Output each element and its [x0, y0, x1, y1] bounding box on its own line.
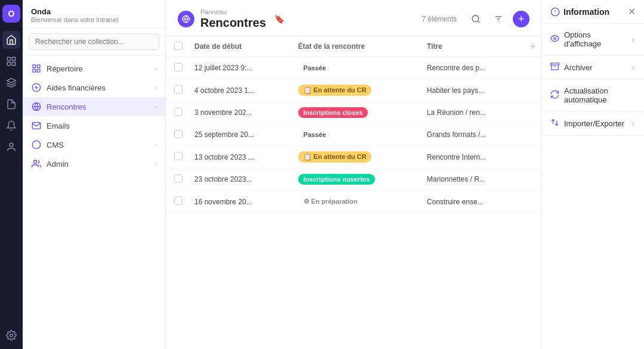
chevron-icon: › — [155, 66, 157, 72]
row-checkbox[interactable] — [174, 174, 182, 183]
options-affichage-icon — [550, 34, 559, 45]
table-row[interactable]: 23 octobre 2023...Inscriptions ouvertesM… — [166, 169, 541, 191]
nav-settings[interactable] — [2, 326, 20, 344]
sidebar-item-aides-financieres[interactable]: Aides financières › — [23, 78, 165, 97]
row-checkbox[interactable] — [174, 197, 182, 205]
actualisation-icon — [550, 90, 559, 101]
row-spacer — [524, 191, 541, 213]
panel-item-label: Archiver — [564, 63, 593, 72]
row-checkbox-cell — [166, 124, 188, 146]
row-checkbox[interactable] — [174, 85, 182, 94]
add-record-button[interactable]: + — [513, 11, 530, 27]
panel-close-button[interactable]: ✕ — [628, 6, 636, 17]
bookmark-icon[interactable]: 🔖 — [274, 14, 284, 24]
sidebar-item-label: Emails — [47, 121, 157, 130]
svg-rect-29 — [551, 63, 559, 65]
svg-marker-4 — [7, 79, 16, 83]
svg-point-20 — [472, 15, 479, 22]
sidebar-item-label: CMS — [47, 141, 150, 149]
breadcrumb: Panneau — [200, 8, 266, 15]
nav-home[interactable] — [2, 31, 20, 49]
sidebar-item-label: Aides financières — [47, 83, 150, 92]
table-row[interactable]: 4 octobre 2023 1...📋 En attente du CRHab… — [166, 79, 541, 102]
sidebar-item-label: Admin — [47, 160, 150, 169]
row-checkbox-cell — [166, 79, 188, 102]
sidebar-item-rencontres[interactable]: Rencontres › — [23, 97, 165, 116]
col-date: Date de début — [188, 36, 292, 57]
chevron-down-icon: ∨ — [631, 36, 636, 43]
row-status: Inscriptions closes — [292, 102, 421, 124]
row-checkbox[interactable] — [174, 108, 182, 116]
panel-item-actualisation[interactable]: Actualisation automatique — [542, 80, 644, 111]
sidebar-item-emails[interactable]: Emails — [23, 116, 165, 135]
right-panel: Information ✕ Options d'affichage ∨ Arch… — [541, 0, 644, 349]
status-badge: 📋 En attente du CR — [298, 151, 372, 163]
app-logo[interactable]: O — [2, 5, 20, 23]
sidebar-nav: Répertoire › Aides financières › Rencont… — [23, 55, 165, 349]
chevron-down-icon: ∨ — [631, 64, 636, 71]
records-table: Date de début État de la rencontre Titre… — [166, 36, 541, 213]
page-title: Rencontres — [200, 16, 266, 29]
aides-icon — [31, 82, 42, 93]
row-status: ⚙ En préparation — [292, 191, 421, 213]
panel-item-options-affichage[interactable]: Options d'affichage ∨ — [542, 24, 644, 55]
panel-title: Information — [550, 7, 609, 17]
row-title: La Réunion / ren... — [421, 102, 524, 124]
header-checkbox[interactable] — [174, 42, 182, 50]
row-title: Rencontre des p... — [421, 57, 524, 79]
nav-user[interactable] — [2, 138, 20, 156]
col-etat: État de la rencontre — [292, 36, 421, 57]
row-title: Marionnettes / R... — [421, 169, 524, 191]
table-row[interactable]: 25 septembre 20...PasséeGrands formats /… — [166, 124, 541, 146]
chevron-icon: › — [155, 85, 157, 91]
table-row[interactable]: 3 novembre 202...Inscriptions closesLa R… — [166, 102, 541, 124]
row-title: Habiter les pays... — [421, 79, 524, 102]
svg-rect-1 — [13, 57, 16, 60]
row-title: Grands formats /... — [421, 124, 524, 146]
nav-layers[interactable] — [2, 74, 20, 92]
title-block: Panneau Rencontres — [200, 8, 266, 30]
table-row[interactable]: 12 juillet 2023 9:...PasséeRencontre des… — [166, 57, 541, 79]
nav-bell[interactable] — [2, 117, 20, 135]
row-date: 16 novembre 20... — [188, 191, 292, 213]
svg-rect-0 — [7, 57, 10, 60]
sidebar-item-admin[interactable]: Admin › — [23, 154, 165, 173]
search-button[interactable] — [467, 11, 484, 27]
panel-item-label: Importer/Exporter — [564, 119, 624, 128]
row-date: 12 juillet 2023 9:... — [188, 57, 292, 79]
table-row[interactable]: 13 octobre 2023 ...📋 En attente du CRRen… — [166, 146, 541, 169]
main-header: Panneau Rencontres 🔖 7 éléments + — [166, 0, 541, 36]
icon-bar: O — [0, 0, 23, 349]
col-add-button[interactable]: + — [524, 36, 541, 57]
importer-exporter-icon — [550, 118, 559, 129]
panel-item-importer-exporter[interactable]: Importer/Exporter ∨ — [542, 111, 644, 136]
chevron-icon: › — [155, 161, 157, 167]
sidebar-item-label: Répertoire — [47, 64, 150, 73]
row-checkbox[interactable] — [174, 63, 182, 71]
sidebar-item-label: Rencontres — [47, 102, 150, 111]
search-input[interactable] — [29, 33, 159, 50]
user-subtitle: Bienvenue dans votre intranet — [31, 16, 157, 23]
row-title: Construire ense... — [421, 191, 524, 213]
nav-grid[interactable] — [2, 52, 20, 70]
panel-item-archiver[interactable]: Archiver ∨ — [542, 55, 644, 80]
svg-point-5 — [10, 143, 13, 147]
filter-button[interactable] — [490, 11, 507, 27]
repertoire-icon — [31, 63, 42, 74]
sidebar-item-repertoire[interactable]: Répertoire › — [23, 59, 165, 78]
panel-item-label: Options d'affichage — [564, 30, 626, 48]
row-status: Passée — [292, 57, 421, 79]
status-badge: Inscriptions closes — [298, 107, 369, 118]
cms-icon — [31, 139, 42, 150]
user-name: Onda — [31, 7, 157, 16]
row-date: 4 octobre 2023 1... — [188, 79, 292, 102]
row-date: 23 octobre 2023... — [188, 169, 292, 191]
status-badge: Passée — [298, 129, 332, 140]
row-checkbox[interactable] — [174, 130, 182, 138]
row-status: 📋 En attente du CR — [292, 146, 421, 169]
rencontres-icon — [31, 101, 42, 112]
sidebar-item-cms[interactable]: CMS › — [23, 135, 165, 154]
table-row[interactable]: 16 novembre 20...⚙ En préparationConstru… — [166, 191, 541, 213]
row-checkbox[interactable] — [174, 152, 182, 160]
nav-file[interactable] — [2, 95, 20, 113]
